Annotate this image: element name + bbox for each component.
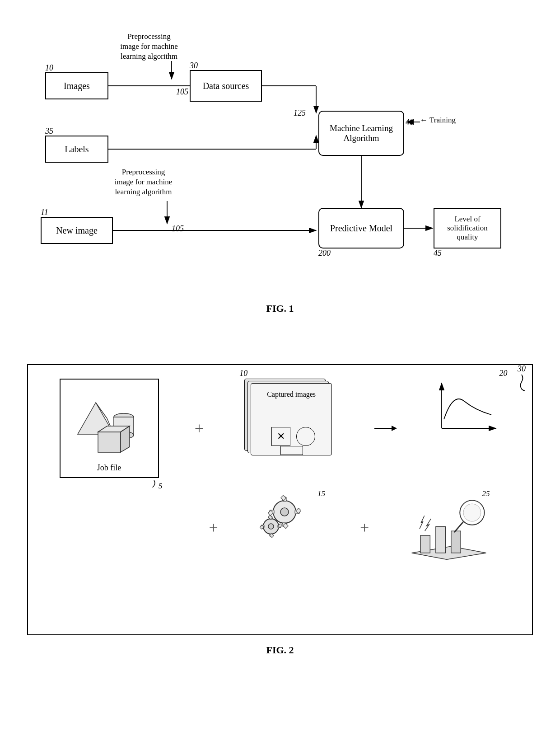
arrow-to-chart <box>374 422 397 435</box>
fig2-section: 30 <box>0 337 560 679</box>
level-solidification-label: Level of solidification quality <box>447 215 488 242</box>
svg-point-36 <box>268 524 274 529</box>
fig2-caption: FIG. 2 <box>27 635 533 661</box>
new-image-box: New image <box>41 217 113 244</box>
squiggle-small-icon <box>149 479 159 488</box>
fig2-row2: + 15 <box>42 492 518 564</box>
gear-cell: 15 <box>257 492 321 546</box>
labels-box: Labels <box>45 136 108 163</box>
ref-11: 11 <box>41 208 48 217</box>
training-annotation: ← Training <box>420 115 456 125</box>
plus-1: + <box>195 419 204 438</box>
ref-30: 30 <box>190 61 198 70</box>
x-shape-icon: ✕ <box>271 427 290 446</box>
plus-2: + <box>209 518 218 537</box>
ml-algorithm-box: Machine Learning Algorithm <box>318 111 404 156</box>
circle-shape-icon <box>296 427 315 446</box>
labels-label: Labels <box>65 144 89 155</box>
fig1-section: Images Labels New image Data sources Mac… <box>0 0 560 337</box>
level-solidification-box: Level of solidification quality <box>434 208 501 249</box>
ref-105b: 105 <box>172 224 184 234</box>
svg-rect-47 <box>436 527 445 553</box>
data-sources-box: Data sources <box>190 70 262 102</box>
fig2-border: Job file 5 + 10 <box>27 364 533 635</box>
captured-images-container: Captured images ✕ <box>239 379 339 469</box>
captured-page-1: Captured images ✕ <box>251 383 332 455</box>
job-file-box: Job file 5 <box>60 379 159 478</box>
svg-point-51 <box>463 504 481 521</box>
new-image-label: New image <box>56 225 98 236</box>
preprocess1-text: Preprocessing image for machine learning… <box>120 32 177 61</box>
svg-marker-22 <box>392 426 397 431</box>
analysis-icon <box>406 492 492 564</box>
captured-images-label: Captured images <box>267 390 316 399</box>
preprocess1-annotation: Preprocessing image for machine learning… <box>113 32 185 61</box>
svg-point-26 <box>280 508 289 516</box>
fig2-ref-10: 10 <box>239 369 247 378</box>
svg-rect-18 <box>98 432 121 452</box>
job-file-label: Job file <box>97 463 121 473</box>
data-sources-label: Data sources <box>203 81 249 91</box>
training-text: Training <box>429 116 456 124</box>
preprocess2-annotation: Preprocessing image for machine learning… <box>106 167 181 197</box>
ref-10: 10 <box>45 63 53 73</box>
fig1-diagram: Images Labels New image Data sources Mac… <box>27 18 533 298</box>
ref-45: 45 <box>434 249 442 258</box>
rect-shape-icon <box>280 446 303 455</box>
analysis-cell: 25 <box>408 492 490 564</box>
images-box: Images <box>45 72 108 99</box>
plus-3: + <box>360 518 369 537</box>
job-file-shapes-icon <box>73 394 145 461</box>
predictive-model-label: Predictive Model <box>330 223 392 234</box>
svg-rect-46 <box>420 535 430 553</box>
chart-icon <box>433 379 500 437</box>
job-file-cell: Job file 5 <box>60 379 159 478</box>
captured-images-cell: 10 Captured images ✕ <box>239 379 339 469</box>
ml-algorithm-label: Machine Learning Algorithm <box>330 123 393 143</box>
fig2-ref-15: 15 <box>317 489 325 498</box>
fig2-outer: 30 <box>27 364 533 635</box>
gears-icon <box>260 494 318 544</box>
right-arrow-icon <box>374 422 397 435</box>
ref-40: 40 <box>406 117 414 127</box>
fig2-ref-20: 20 <box>499 369 507 378</box>
ref-35: 35 <box>45 127 53 136</box>
fig2-ref-5: 5 <box>149 479 163 491</box>
images-label: Images <box>64 81 90 91</box>
fig1-caption: FIG. 1 <box>27 298 533 328</box>
preprocess2-text: Preprocessing image for machine learning… <box>115 168 172 196</box>
chart-cell: 20 <box>433 379 500 437</box>
predictive-model-box: Predictive Model <box>318 208 404 249</box>
ref-125: 125 <box>294 108 306 118</box>
svg-rect-48 <box>451 531 461 553</box>
ref-105a: 105 <box>176 87 188 97</box>
svg-line-50 <box>455 522 463 532</box>
fig2-ref-25: 25 <box>482 489 490 498</box>
ref-200: 200 <box>318 249 331 258</box>
